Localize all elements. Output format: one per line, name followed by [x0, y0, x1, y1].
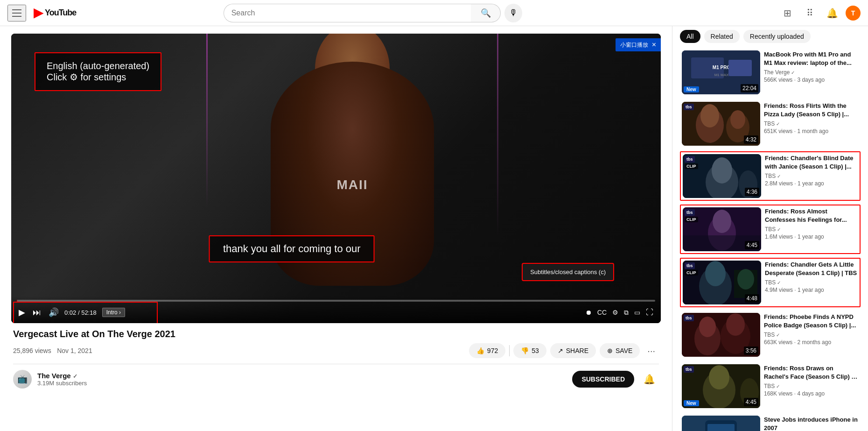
progress-bar[interactable]: [17, 300, 655, 302]
svg-point-25: [699, 317, 716, 337]
related-info: Friends: Ross Almost Confesses his Feeli…: [765, 207, 858, 251]
video-duration: 4:48: [745, 294, 759, 303]
video-player[interactable]: MAII English (auto-generated) Click ⚙ fo…: [11, 34, 661, 323]
stage-light-right: [497, 34, 498, 236]
related-item[interactable]: tbs 3:56 Friends: Phoebe Finds A NYPD Po…: [680, 311, 861, 359]
channel-avatar[interactable]: 📺: [13, 370, 32, 389]
tbs-logo: tbs: [685, 209, 695, 216]
header-left: ▶ YouTube: [7, 5, 91, 21]
share-button[interactable]: ↗ SHARE: [550, 343, 596, 358]
youtube-icon: ▶: [34, 6, 43, 20]
related-info: Friends: Chandler's Blind Date with Jani…: [765, 154, 858, 198]
subscribe-button[interactable]: SUBSCRIBED: [572, 371, 634, 388]
related-channel: TBS ✓: [764, 383, 859, 389]
related-channel: TBS ✓: [764, 332, 859, 338]
save-label: SAVE: [616, 347, 632, 354]
svg-text:M1 PRO: M1 PRO: [713, 65, 731, 70]
apps-button[interactable]: ⠿: [801, 4, 819, 22]
header: ▶ YouTube 🔍 🎙 ⊞ ⠿ 🔔 T: [0, 0, 868, 26]
create-button[interactable]: ⊞: [778, 4, 797, 22]
related-item[interactable]: tbs CLIP 4:45 Friends: Ross Almost Confe…: [680, 205, 861, 254]
youtube-wordmark: YouTube: [45, 8, 76, 18]
related-item[interactable]: 知乎 大 山 10:20 Steve Jobs introduces iPhon…: [680, 414, 861, 431]
thumbnail-container: tbs CLIP 4:36: [683, 154, 761, 198]
related-info: Friends: Chandler Gets A Little Desperat…: [765, 261, 858, 304]
mini-window-overlay: 小窗口播放 ×: [616, 38, 661, 51]
progress-fill: [17, 300, 17, 302]
notifications-button[interactable]: 🔔: [823, 4, 842, 22]
related-title: MacBook Pro with M1 Pro and M1 Max revie…: [764, 50, 859, 67]
related-info: Friends: Ross Draws on Rachel's Face (Se…: [764, 364, 859, 408]
fullscreen-button[interactable]: ⛶: [644, 306, 655, 318]
svg-point-27: [726, 313, 745, 336]
video-duration: 4:36: [745, 188, 759, 196]
more-actions-button[interactable]: ···: [644, 344, 659, 358]
related-title: Friends: Ross Draws on Rachel's Face (Se…: [764, 364, 859, 381]
related-item[interactable]: tbs 4:32 Friends: Ross Flirts With the P…: [680, 100, 861, 148]
related-item[interactable]: tbs 4:45 New Friends: Ross Draws on Rach…: [680, 362, 861, 410]
related-channel: TBS ✓: [764, 120, 859, 127]
caption-overlay: English (auto-generated) Click ⚙ for set…: [35, 52, 161, 91]
like-button[interactable]: 👍 972: [469, 343, 505, 358]
video-meta-row: 25,896 views Nov 1, 2021 👍 972 👎 53 ↗: [13, 343, 659, 358]
related-title: Friends: Phoebe Finds A NYPD Police Badg…: [764, 313, 859, 330]
related-item[interactable]: M1 PRO M1 MAX 22:04 New MacBook Pro with…: [680, 49, 861, 96]
settings-tooltip-text: Subtitles/closed captions (c): [530, 268, 606, 276]
search-input[interactable]: [224, 4, 471, 22]
svg-point-22: [737, 269, 754, 290]
related-meta: 4.9M views · 1 year ago: [765, 287, 858, 293]
related-item[interactable]: tbs CLIP 4:48 Friends: Chandler Gets A L…: [680, 258, 861, 307]
volume-button[interactable]: 🔊: [47, 305, 61, 319]
mini-window-close[interactable]: ×: [652, 41, 656, 49]
avatar[interactable]: T: [846, 6, 861, 21]
autoplay-button[interactable]: ⏺: [583, 307, 594, 318]
svg-rect-4: [728, 60, 752, 76]
hamburger-menu[interactable]: [7, 5, 26, 21]
theater-button[interactable]: ▭: [632, 307, 642, 318]
share-icon: ↗: [558, 347, 563, 354]
play-button[interactable]: ▶: [17, 305, 27, 319]
mic-button[interactable]: 🎙: [504, 4, 522, 22]
search-bar: 🔍: [224, 4, 501, 22]
video-background: MAII English (auto-generated) Click ⚙ fo…: [11, 34, 661, 323]
notification-bell[interactable]: 🔔: [640, 370, 659, 389]
controls-row: ▶ ⏭ 🔊 0:02 / 52:18 Intro › ⏺ CC ⚙: [17, 305, 655, 319]
related-channel: The Verge ✓: [764, 69, 859, 76]
dislike-count: 53: [532, 347, 539, 354]
filter-tab-related[interactable]: Related: [704, 30, 740, 43]
skip-button[interactable]: ⏭: [31, 306, 43, 319]
video-duration: 22:04: [741, 84, 758, 92]
captions-button[interactable]: CC: [595, 307, 609, 318]
sidebar: All Related Recently uploaded M1 PRO M1 …: [672, 26, 868, 431]
channel-subscribers: 3.19M subscribers: [37, 380, 87, 387]
intro-badge[interactable]: Intro ›: [102, 308, 125, 317]
dislike-button[interactable]: 👎 53: [513, 343, 546, 358]
main-layout: MAII English (auto-generated) Click ⚙ fo…: [0, 26, 868, 431]
video-duration: 3:56: [744, 346, 758, 355]
settings-button[interactable]: ⚙: [610, 307, 620, 318]
controls-right: ⏺ CC ⚙ ⧉ ▭ ⛶: [583, 306, 655, 318]
related-item[interactable]: tbs CLIP 4:36 Friends: Chandler's Blind …: [680, 151, 861, 201]
search-area: 🔍 🎙: [224, 4, 522, 22]
related-info: Friends: Phoebe Finds A NYPD Police Badg…: [764, 313, 859, 357]
like-dislike-divider: [509, 345, 510, 356]
tbs-logo: tbs: [684, 366, 694, 373]
clip-label: CLIP: [685, 217, 698, 222]
tbs-logo: tbs: [685, 262, 695, 269]
thumbnail-container: tbs 4:32: [682, 102, 760, 146]
related-info: Friends: Ross Flirts With the Pizza Lady…: [764, 102, 859, 146]
clip-label: CLIP: [685, 270, 698, 276]
filter-tab-recently-uploaded[interactable]: Recently uploaded: [743, 30, 811, 43]
search-button[interactable]: 🔍: [471, 4, 501, 22]
save-button[interactable]: ⊕ SAVE: [600, 343, 640, 358]
miniplayer-button[interactable]: ⧉: [622, 307, 630, 318]
svg-text:M1 MAX: M1 MAX: [714, 73, 729, 77]
mini-window-label: 小窗口播放: [620, 41, 648, 49]
thumbnail-container: tbs 3:56: [682, 313, 760, 357]
related-title: Steve Jobs introduces iPhone in 2007: [764, 416, 859, 431]
channel-verified: ✓: [776, 384, 780, 389]
youtube-logo[interactable]: ▶ YouTube: [34, 6, 76, 20]
related-meta: 2.8M views · 1 year ago: [765, 180, 858, 187]
filter-tab-all[interactable]: All: [680, 30, 700, 43]
thumbnail-container: tbs CLIP 4:48: [683, 261, 761, 304]
